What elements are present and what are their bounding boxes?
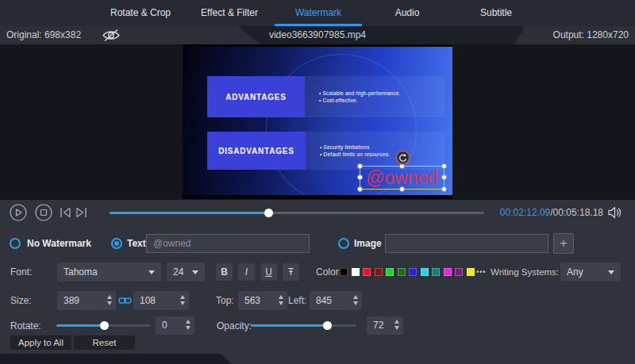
stop-button[interactable] xyxy=(35,204,52,221)
top-label: Top: xyxy=(216,288,234,313)
timeline-slider[interactable] xyxy=(110,200,484,225)
opacity-slider-thumb[interactable] xyxy=(323,321,332,330)
image-watermark-label[interactable]: Image xyxy=(354,232,382,255)
resize-handle-bottom-left[interactable] xyxy=(357,186,363,192)
bottom-edge-strip xyxy=(0,354,232,364)
spinner-arrows-icon[interactable] xyxy=(279,295,283,305)
width-value: 389 xyxy=(64,291,79,310)
watermark-selection-box[interactable]: @owned xyxy=(360,166,444,190)
underline-button[interactable]: U xyxy=(260,263,277,281)
chevron-down-icon xyxy=(192,270,198,274)
resize-handle-top-left[interactable] xyxy=(357,163,363,169)
tab-label: Watermark xyxy=(295,7,341,18)
slide-advantages-box: ADVANTAGES xyxy=(207,76,305,117)
color-label: Color: xyxy=(316,259,341,285)
slide-bullet: • Default limits on resources. xyxy=(320,151,444,157)
color-swatch[interactable] xyxy=(444,268,452,276)
no-watermark-radio[interactable] xyxy=(10,238,21,249)
tab-watermark[interactable]: Watermark xyxy=(274,0,363,26)
preview-header: Original: 698x382 video3663907985.mp4 Ou… xyxy=(0,26,635,44)
spinner-arrows-icon[interactable] xyxy=(186,320,190,330)
left-value: 845 xyxy=(316,291,332,310)
reset-button[interactable]: Reset xyxy=(74,335,135,350)
tab-label: Effect & Filter xyxy=(201,7,258,18)
current-time: 00:02:12.09 xyxy=(500,207,550,218)
more-colors-button[interactable]: ••• xyxy=(476,259,486,285)
rotate-slider[interactable] xyxy=(56,314,150,338)
color-swatch[interactable] xyxy=(455,268,463,276)
add-image-button[interactable]: + xyxy=(553,233,574,254)
color-swatch[interactable] xyxy=(421,268,429,276)
tab-rotate-crop[interactable]: Rotate & Crop xyxy=(96,0,185,26)
video-preview-area: ADVANTAGES • Scalable and high-performan… xyxy=(0,44,635,200)
color-swatch[interactable] xyxy=(398,268,406,276)
tab-subtitle[interactable]: Subtitle xyxy=(452,0,541,26)
next-frame-button[interactable] xyxy=(75,207,87,218)
color-swatch[interactable] xyxy=(409,268,417,276)
font-family-value: Tahoma xyxy=(64,262,98,282)
color-swatch[interactable] xyxy=(340,268,348,276)
play-button[interactable] xyxy=(10,204,27,221)
resize-handle-middle-right[interactable] xyxy=(441,174,447,180)
spinner-arrows-icon[interactable] xyxy=(107,295,112,305)
bold-button[interactable]: B xyxy=(216,263,233,281)
slide-bullet: • Scalable and high-performance. xyxy=(319,90,444,96)
tab-audio[interactable]: Audio xyxy=(363,0,452,26)
left-spinner[interactable]: 845 xyxy=(310,291,362,310)
opacity-slider[interactable] xyxy=(251,314,356,338)
color-swatch[interactable] xyxy=(432,268,440,276)
image-watermark-radio[interactable] xyxy=(338,238,349,249)
no-watermark-label[interactable]: No Watermark xyxy=(27,232,91,255)
color-swatch[interactable] xyxy=(363,268,371,276)
resize-handle-top-right[interactable] xyxy=(441,163,447,169)
slide-advantages-bullets: • Scalable and high-performance. • Cost-… xyxy=(305,76,444,117)
timeline-progress xyxy=(110,212,269,214)
height-spinner[interactable]: 108 xyxy=(133,291,189,310)
left-label: Left: xyxy=(288,288,306,313)
watermark-editor-window: Rotate & Crop Effect & Filter Watermark … xyxy=(0,0,635,364)
resize-handle-bottom-right[interactable] xyxy=(441,186,447,192)
spinner-arrows-icon[interactable] xyxy=(394,320,399,330)
text-watermark-label[interactable]: Text xyxy=(127,232,146,255)
font-size-dropdown[interactable]: 24 xyxy=(167,262,205,282)
previous-frame-button[interactable] xyxy=(60,207,71,218)
strikethrough-button[interactable]: Ŧ xyxy=(283,263,299,281)
tab-label: Subtitle xyxy=(480,7,512,18)
watermark-text-input[interactable] xyxy=(146,234,310,253)
writing-systems-dropdown[interactable]: Any xyxy=(560,262,621,282)
eye-off-icon[interactable] xyxy=(101,29,121,42)
width-spinner[interactable]: 389 xyxy=(57,291,116,310)
resize-handle-middle-left[interactable] xyxy=(357,174,363,180)
apply-to-all-button[interactable]: Apply to All xyxy=(10,335,71,350)
link-dimensions-icon[interactable] xyxy=(118,296,132,305)
spinner-arrows-icon[interactable] xyxy=(180,295,185,305)
color-swatch[interactable] xyxy=(375,268,383,276)
chevron-down-icon xyxy=(148,270,155,274)
text-watermark-radio[interactable] xyxy=(111,238,122,249)
resize-handle-bottom-middle[interactable] xyxy=(399,186,405,192)
font-size-value: 24 xyxy=(173,262,183,282)
italic-button[interactable]: I xyxy=(238,263,255,281)
spinner-arrows-icon[interactable] xyxy=(353,295,358,305)
color-swatch[interactable] xyxy=(386,268,394,276)
rotate-spinner[interactable]: 0 xyxy=(156,316,194,335)
font-family-dropdown[interactable]: Tahoma xyxy=(57,262,161,282)
tab-label: Rotate & Crop xyxy=(110,7,171,18)
watermark-text-overlay[interactable]: @owned xyxy=(360,167,444,189)
slide-bullet: • Cost-effective. xyxy=(319,98,444,103)
tab-effect-filter[interactable]: Effect & Filter xyxy=(185,0,274,26)
output-size-label: Output: 1280x720 xyxy=(553,26,629,44)
rotate-handle-icon[interactable] xyxy=(395,150,410,165)
slide-disadvantages-title: DISADVANTAGES xyxy=(218,147,294,155)
original-size-label: Original: 698x382 xyxy=(6,26,81,44)
slide-bullet: • Security limitations xyxy=(320,144,444,150)
video-filename: video3663907985.mp4 xyxy=(198,26,437,44)
top-spinner[interactable]: 563 xyxy=(238,291,287,310)
timeline-thumb[interactable] xyxy=(264,209,273,217)
opacity-spinner[interactable]: 72 xyxy=(367,316,403,335)
speaker-icon[interactable] xyxy=(607,206,622,219)
rotate-slider-thumb[interactable] xyxy=(100,321,109,330)
color-swatch[interactable] xyxy=(467,268,475,276)
color-swatch[interactable] xyxy=(352,268,360,276)
watermark-image-input[interactable] xyxy=(385,234,548,253)
